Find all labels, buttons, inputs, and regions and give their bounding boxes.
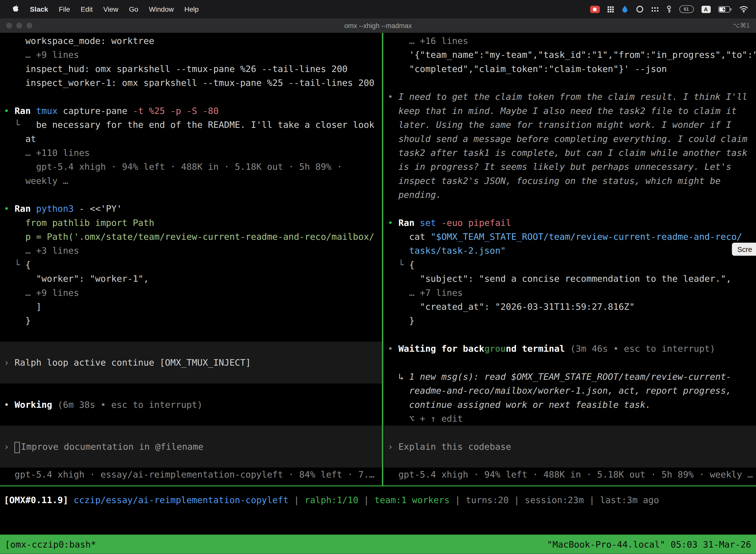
terminal-text-segment: … +16 lines [388,36,468,46]
composer-input-right[interactable]: › Explain this codebase [384,426,756,467]
droplet-icon[interactable] [621,4,628,14]
tmux-host-clock: "MacBook-Pro-44.local" 05:03 31-Mar-26 [547,539,751,549]
menu-edit[interactable]: Edit [75,5,98,13]
battery-icon[interactable] [718,4,731,14]
terminal-line: inspect_hud: omx sparkshell --tmux-pane … [4,62,382,76]
terminal-line: "subject": "send a concise recommendatio… [388,272,756,285]
terminal-text-segment: { [409,260,415,270]
screen-recording-indicator-icon[interactable] [590,4,600,14]
terminal-text-segment: session:23m [525,495,584,505]
app-menu-slack[interactable]: Slack [24,5,53,13]
menu-window[interactable]: Window [144,5,179,13]
terminal-line [4,384,382,397]
terminal-line: task2 after task1 is complete, but can I… [388,146,756,160]
terminal-text-segment: continue assigned work or next feasible … [388,400,651,410]
terminal-text-segment: gpt-5.4 xhigh · 94% left · 488K in · 5.1… [4,162,342,172]
apple-menu[interactable] [7,4,24,14]
terminal-text-segment [4,413,9,424]
terminal-line: from pathlib import Path [4,216,382,230]
terminal-line [4,90,382,104]
tmux-pane-left[interactable]: workspace_mode: worktree … +9 lines insp… [0,33,382,485]
screen: Slack File Edit View Go Window Help 61 A [0,0,756,554]
terminal-text-segment: workspace_mode: worktree [4,36,154,46]
terminal-text-segment: last:3m ago [600,495,659,505]
terminal-text-segment: └ [4,260,25,270]
menu-view[interactable]: View [98,5,124,13]
terminal-text-segment: p = Path('.omx/state/team/review-current… [4,232,375,242]
terminal-text-segment: set [420,218,441,228]
key-icon[interactable] [666,4,671,14]
terminal-text-segment: "$OMX_TEAM_STATE_ROOT/team/review-curren… [431,232,742,242]
composer-input-right-text: › Explain this codebase [388,440,511,453]
tmux-status-bar: [omx-cczip0:bash* "MacBook-Pro-44.local"… [0,535,756,554]
terminal-line: pending. [388,188,756,202]
terminal-text-segment: inspect task2's JSON, focusing on the st… [388,176,720,186]
terminal-text-segment: └ [388,260,409,270]
circle-app-icon[interactable] [636,4,643,14]
terminal-line: "worker": "worker-1", [4,272,382,285]
screenshot-tooltip: Scre [732,243,756,256]
terminal-text-segment [4,330,9,340]
wifi-icon[interactable] [739,4,748,14]
terminal-line: p = Path('.omx/state/team/review-current… [4,230,382,243]
composer-input-left[interactable]: › Improve documentation in @filename [0,426,382,467]
terminal-text-segment: tmux [36,106,63,116]
terminal-line [388,328,756,341]
terminal-line: • Waiting for background terminal (3m 46… [388,341,756,355]
battery-percent-badge[interactable]: 61 [679,5,693,13]
terminal-text-segment: } [388,316,415,326]
terminal-text-segment: › [388,442,398,452]
terminal-text-segment: • [4,204,15,214]
terminal-line: ] [4,299,382,314]
terminal-line: … +3 lines [4,244,382,258]
terminal-text-segment: (6m 38s • esc to interrupt) [58,400,203,410]
terminal-text-segment: Working [15,400,58,410]
terminal-text-segment: (3m 46s • esc to interrupt) [570,343,715,354]
terminal-line: gpt-5.4 xhigh · 94% left · 488K in · 5.1… [388,467,756,482]
terminal-text-segment: from pathlib import Path [4,218,154,228]
terminal-text-segment: weekly … [4,176,68,186]
terminal-text-segment: inspect_hud: omx sparkshell --tmux-pane … [4,64,348,74]
tmux-pane-right[interactable]: … +16 lines '{"team_name":"my-team","tas… [384,33,756,485]
grid-icon[interactable] [607,4,613,14]
terminal-text-segment: › [4,357,15,368]
terminal-line: continue assigned work or next feasible … [388,398,756,411]
terminal-text-segment: Ralph loop active continue [OMX_TMUX_INJ… [15,357,251,368]
terminal-text-segment [388,78,393,88]
terminal-line: "created_at": "2026-03-31T11:59:27.816Z" [388,299,756,314]
terminal-text-segment: readme-and-reco/mailbox/worker-1.json, a… [388,385,732,396]
terminal-text-segment: ↳ [388,372,409,382]
pane-divider-vertical[interactable] [382,33,383,485]
terminal-text-segment: └ [4,120,36,130]
terminal-text-segment: - <<'PY' [79,204,122,214]
terminal-text-segment: nd terminal [506,343,570,354]
terminal-line: cat "$OMX_TEAM_STATE_ROOT/team/review-cu… [388,230,756,243]
terminal-line: later. Using the same for transition mig… [388,118,756,131]
tmux-session-label: [omx-cczip0:bash* [5,539,96,549]
terminal-line: } [4,314,382,328]
terminal-text-segment: | [584,495,600,505]
menu-file[interactable]: File [54,5,75,13]
terminal-text-segment: keep that in mind. Maybe I also need the… [388,106,737,116]
terminal-text-segment [68,495,74,505]
status-icons: 61 A [590,4,756,14]
terminal-text-segment: } [4,316,31,326]
terminal-text-segment: is in progress? It seems likely but perh… [388,162,732,172]
terminal-text-segment [4,385,9,396]
terminal-line [388,76,756,90]
terminal-text-segment: … +9 lines [4,288,79,298]
terminal-text-segment: be necessary for the end of the README. … [36,120,374,130]
terminal-text-segment: -t %25 -p -S -80 [133,106,218,116]
terminal-text-segment: python3 [36,204,79,214]
menu-bar: Slack File Edit View Go Window Help 61 A [0,0,756,18]
terminal-text-segment: | [359,495,375,505]
terminal-text-segment: turns:20 [466,495,509,505]
input-source-icon[interactable]: A [701,5,710,13]
menu-go[interactable]: Go [124,5,144,13]
dots-grid-icon[interactable] [651,4,658,14]
terminal-text-segment: I need to get the claim token from the c… [398,92,747,102]
menu-help[interactable]: Help [179,5,204,13]
terminal-line: '{"team_name":"my-team","task_id":"1","f… [388,48,756,62]
terminal-text-segment: • [388,218,398,228]
terminal-text-segment: Improve documentation in @filename [21,442,203,452]
